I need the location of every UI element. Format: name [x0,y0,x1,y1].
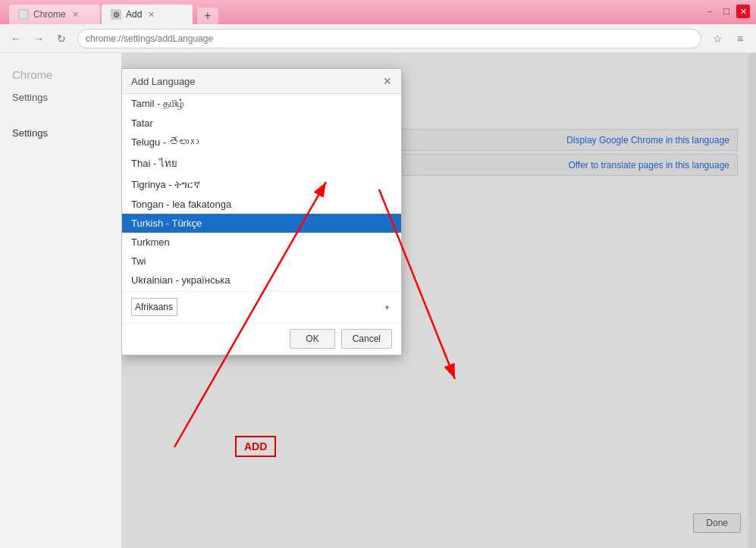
language-list-item[interactable]: Turkish - Türkçe [122,214,401,233]
language-list-item[interactable]: Tigrinya - ትግርኛ [122,175,401,195]
main-area: Chrome Settings Settings Languages Add l… [0,53,756,548]
language-list-item[interactable]: Tatar [122,114,401,133]
dialog-header: Add Language ✕ [122,69,401,94]
language-list-item[interactable]: Urdu - اردو [122,290,401,291]
tab-add[interactable]: ⚙ Add ✕ [102,5,193,24]
language-list-item[interactable]: Tongan - lea fakatonga [122,195,401,214]
language-list-container: Tamil - தமிழ்TatarTelugu - తెలుగుThai - … [122,94,401,291]
new-tab-button[interactable]: + [197,8,218,24]
tab-strip: ⬜ Chrome ✕ ⚙ Add ✕ + [9,0,218,24]
add-language-dialog: Add Language ✕ Tamil - தமிழ்TatarTelugu … [121,68,402,355]
sidebar: Chrome Settings Settings [0,53,121,548]
tab-chrome[interactable]: ⬜ Chrome ✕ [9,5,100,24]
dialog-dropdown-row: Afrikaans [122,291,401,322]
menu-button[interactable]: ≡ [730,29,750,49]
tab-chrome-label: Chrome [33,9,66,20]
chrome-tab-icon: ⬜ [18,9,29,20]
window-controls: − ☐ ✕ [703,5,750,18]
maximize-button[interactable]: ☐ [720,5,733,18]
forward-button[interactable]: → [29,29,49,49]
minimize-button[interactable]: − [703,5,717,18]
toolbar: ← → ↻ chrome://settings/addLanguage ☆ ≡ [0,24,756,53]
language-list-item[interactable]: Twi [122,252,401,271]
close-button[interactable]: ✕ [736,5,750,18]
language-list-item[interactable]: Ukrainian - українська [122,271,401,290]
dialog-title: Add Language [131,76,196,87]
tab-chrome-close[interactable]: ✕ [72,10,79,20]
content-area: Languages Add languages and drag to reor… [121,53,756,548]
sidebar-title: Chrome [0,62,121,87]
refresh-button[interactable]: ↻ [52,29,71,49]
sidebar-item-settings[interactable]: Settings [0,87,121,108]
language-select-wrapper: Afrikaans [131,298,392,316]
titlebar: ⬜ Chrome ✕ ⚙ Add ✕ + − ☐ ✕ [0,0,756,24]
language-select[interactable]: Afrikaans [131,298,177,316]
modal-overlay: Add Language ✕ Tamil - தமிழ்TatarTelugu … [121,53,756,548]
address-text: chrome://settings/addLanguage [86,33,213,44]
dialog-close-icon[interactable]: ✕ [383,75,392,87]
dialog-buttons: OK Cancel [122,322,401,355]
language-list-item[interactable]: Tamil - தமிழ் [122,94,401,114]
language-list: Tamil - தமிழ்TatarTelugu - తెలుగుThai - … [122,94,401,291]
tab-add-label: Add [126,9,142,20]
bookmark-button[interactable]: ☆ [707,29,727,49]
language-list-item[interactable]: Turkmen [122,233,401,252]
tab-add-close[interactable]: ✕ [148,10,155,20]
back-button[interactable]: ← [6,29,26,49]
sidebar-item-settings2[interactable]: Settings [0,123,121,143]
address-bar[interactable]: chrome://settings/addLanguage [77,29,701,49]
language-list-item[interactable]: Thai - ไทย [122,152,401,175]
language-list-item[interactable]: Telugu - తెలుగు [122,133,401,152]
toolbar-right: ☆ ≡ [707,29,750,49]
add-tab-icon: ⚙ [111,9,121,20]
ok-button[interactable]: OK [290,329,334,349]
cancel-button[interactable]: Cancel [341,329,392,349]
